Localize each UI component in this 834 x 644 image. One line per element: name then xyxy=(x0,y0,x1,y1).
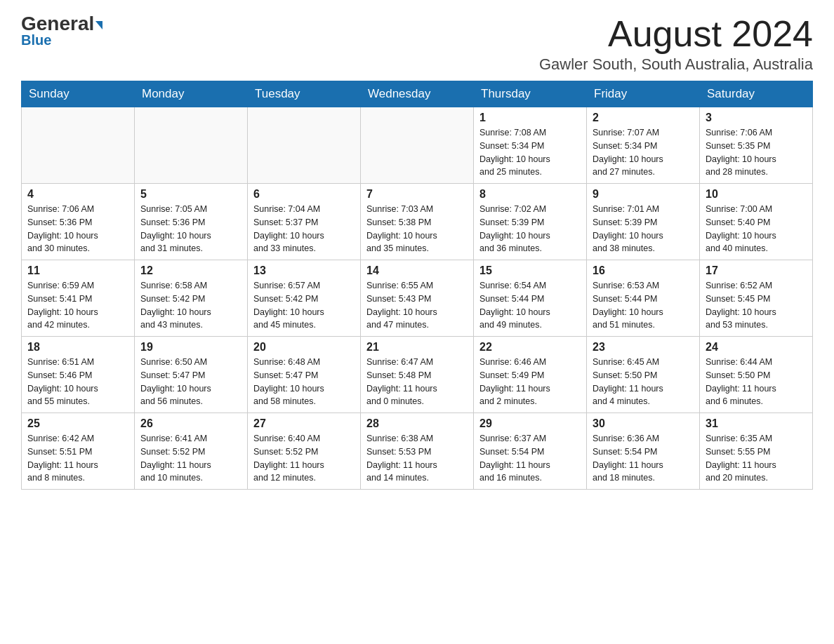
logo-triangle-icon xyxy=(95,21,102,29)
calendar-cell: 26Sunrise: 6:41 AMSunset: 5:52 PMDayligh… xyxy=(135,413,248,490)
calendar-cell: 31Sunrise: 6:35 AMSunset: 5:55 PMDayligh… xyxy=(700,413,813,490)
day-number: 30 xyxy=(593,417,694,430)
day-info: Sunrise: 6:48 AMSunset: 5:47 PMDaylight:… xyxy=(253,356,355,408)
calendar-cell: 1Sunrise: 7:08 AMSunset: 5:34 PMDaylight… xyxy=(474,107,587,184)
calendar-cell: 15Sunrise: 6:54 AMSunset: 5:44 PMDayligh… xyxy=(474,260,587,337)
weekday-header-sunday: Sunday xyxy=(22,81,135,107)
calendar-cell: 4Sunrise: 7:06 AMSunset: 5:36 PMDaylight… xyxy=(22,184,135,260)
calendar-cell: 23Sunrise: 6:45 AMSunset: 5:50 PMDayligh… xyxy=(587,337,700,413)
calendar-cell: 25Sunrise: 6:42 AMSunset: 5:51 PMDayligh… xyxy=(22,413,135,490)
day-number: 8 xyxy=(479,188,581,201)
day-info: Sunrise: 6:58 AMSunset: 5:42 PMDaylight:… xyxy=(140,279,241,332)
day-info: Sunrise: 7:05 AMSunset: 5:36 PMDaylight:… xyxy=(140,203,241,255)
day-number: 19 xyxy=(140,341,241,354)
day-number: 2 xyxy=(593,112,694,124)
weekday-header-thursday: Thursday xyxy=(474,81,587,107)
day-info: Sunrise: 6:55 AMSunset: 5:43 PMDaylight:… xyxy=(366,279,468,332)
day-info: Sunrise: 7:06 AMSunset: 5:36 PMDaylight:… xyxy=(27,203,128,255)
calendar-week-row: 4Sunrise: 7:06 AMSunset: 5:36 PMDaylight… xyxy=(22,184,813,260)
day-number: 14 xyxy=(366,264,468,277)
day-info: Sunrise: 6:37 AMSunset: 5:54 PMDaylight:… xyxy=(479,432,581,485)
day-number: 15 xyxy=(479,264,581,277)
day-number: 28 xyxy=(366,417,468,430)
day-number: 12 xyxy=(140,264,241,277)
weekday-header-saturday: Saturday xyxy=(700,81,813,107)
day-number: 3 xyxy=(706,112,807,124)
day-number: 27 xyxy=(253,417,355,430)
day-number: 16 xyxy=(593,264,694,277)
day-info: Sunrise: 7:00 AMSunset: 5:40 PMDaylight:… xyxy=(706,203,807,255)
weekday-header-tuesday: Tuesday xyxy=(248,81,361,107)
day-info: Sunrise: 6:50 AMSunset: 5:47 PMDaylight:… xyxy=(140,356,241,408)
day-info: Sunrise: 7:04 AMSunset: 5:37 PMDaylight:… xyxy=(253,203,355,255)
day-info: Sunrise: 6:46 AMSunset: 5:49 PMDaylight:… xyxy=(479,356,581,408)
calendar-cell: 24Sunrise: 6:44 AMSunset: 5:50 PMDayligh… xyxy=(700,337,813,413)
day-info: Sunrise: 6:47 AMSunset: 5:48 PMDaylight:… xyxy=(366,356,468,408)
calendar-week-row: 1Sunrise: 7:08 AMSunset: 5:34 PMDaylight… xyxy=(22,107,813,184)
day-number: 17 xyxy=(706,264,807,277)
calendar-week-row: 18Sunrise: 6:51 AMSunset: 5:46 PMDayligh… xyxy=(22,337,813,413)
day-info: Sunrise: 6:59 AMSunset: 5:41 PMDaylight:… xyxy=(27,279,128,332)
day-number: 1 xyxy=(479,112,581,124)
calendar-table: SundayMondayTuesdayWednesdayThursdayFrid… xyxy=(21,81,813,490)
day-info: Sunrise: 6:52 AMSunset: 5:45 PMDaylight:… xyxy=(706,279,807,332)
calendar-cell: 5Sunrise: 7:05 AMSunset: 5:36 PMDaylight… xyxy=(135,184,248,260)
weekday-header-friday: Friday xyxy=(587,81,700,107)
calendar-cell: 17Sunrise: 6:52 AMSunset: 5:45 PMDayligh… xyxy=(700,260,813,337)
calendar-cell xyxy=(22,107,135,184)
calendar-cell: 13Sunrise: 6:57 AMSunset: 5:42 PMDayligh… xyxy=(248,260,361,337)
day-number: 24 xyxy=(706,341,807,354)
weekday-header-row: SundayMondayTuesdayWednesdayThursdayFrid… xyxy=(22,81,813,107)
day-info: Sunrise: 6:57 AMSunset: 5:42 PMDaylight:… xyxy=(253,279,355,332)
calendar-cell: 29Sunrise: 6:37 AMSunset: 5:54 PMDayligh… xyxy=(474,413,587,490)
calendar-cell: 12Sunrise: 6:58 AMSunset: 5:42 PMDayligh… xyxy=(135,260,248,337)
calendar-cell: 7Sunrise: 7:03 AMSunset: 5:38 PMDaylight… xyxy=(361,184,474,260)
calendar-cell: 6Sunrise: 7:04 AMSunset: 5:37 PMDaylight… xyxy=(248,184,361,260)
day-info: Sunrise: 6:53 AMSunset: 5:44 PMDaylight:… xyxy=(593,279,694,332)
day-number: 9 xyxy=(593,188,694,201)
day-info: Sunrise: 7:07 AMSunset: 5:34 PMDaylight:… xyxy=(593,126,694,179)
day-info: Sunrise: 6:36 AMSunset: 5:54 PMDaylight:… xyxy=(593,432,694,485)
day-number: 5 xyxy=(140,188,241,201)
day-info: Sunrise: 6:54 AMSunset: 5:44 PMDaylight:… xyxy=(479,279,581,332)
day-info: Sunrise: 6:51 AMSunset: 5:46 PMDaylight:… xyxy=(27,356,128,408)
day-info: Sunrise: 6:45 AMSunset: 5:50 PMDaylight:… xyxy=(593,356,694,408)
calendar-cell xyxy=(248,107,361,184)
calendar-cell: 21Sunrise: 6:47 AMSunset: 5:48 PMDayligh… xyxy=(361,337,474,413)
day-info: Sunrise: 6:40 AMSunset: 5:52 PMDaylight:… xyxy=(253,432,355,485)
day-number: 20 xyxy=(253,341,355,354)
calendar-week-row: 11Sunrise: 6:59 AMSunset: 5:41 PMDayligh… xyxy=(22,260,813,337)
day-number: 23 xyxy=(593,341,694,354)
day-info: Sunrise: 7:06 AMSunset: 5:35 PMDaylight:… xyxy=(706,126,807,179)
day-number: 29 xyxy=(479,417,581,430)
day-number: 26 xyxy=(140,417,241,430)
calendar-cell: 22Sunrise: 6:46 AMSunset: 5:49 PMDayligh… xyxy=(474,337,587,413)
calendar-cell xyxy=(361,107,474,184)
calendar-cell: 20Sunrise: 6:48 AMSunset: 5:47 PMDayligh… xyxy=(248,337,361,413)
day-number: 31 xyxy=(706,417,807,430)
calendar-subtitle: Gawler South, South Australia, Australia xyxy=(539,55,813,74)
day-info: Sunrise: 7:03 AMSunset: 5:38 PMDaylight:… xyxy=(366,203,468,255)
weekday-header-monday: Monday xyxy=(135,81,248,107)
calendar-cell: 3Sunrise: 7:06 AMSunset: 5:35 PMDaylight… xyxy=(700,107,813,184)
day-info: Sunrise: 6:44 AMSunset: 5:50 PMDaylight:… xyxy=(706,356,807,408)
day-number: 6 xyxy=(253,188,355,201)
day-info: Sunrise: 6:41 AMSunset: 5:52 PMDaylight:… xyxy=(140,432,241,485)
calendar-cell: 18Sunrise: 6:51 AMSunset: 5:46 PMDayligh… xyxy=(22,337,135,413)
calendar-cell: 10Sunrise: 7:00 AMSunset: 5:40 PMDayligh… xyxy=(700,184,813,260)
day-number: 13 xyxy=(253,264,355,277)
logo: General Blue xyxy=(21,14,102,48)
calendar-cell: 16Sunrise: 6:53 AMSunset: 5:44 PMDayligh… xyxy=(587,260,700,337)
calendar-cell xyxy=(135,107,248,184)
day-info: Sunrise: 6:42 AMSunset: 5:51 PMDaylight:… xyxy=(27,432,128,485)
day-number: 11 xyxy=(27,264,128,277)
day-number: 22 xyxy=(479,341,581,354)
calendar-cell: 28Sunrise: 6:38 AMSunset: 5:53 PMDayligh… xyxy=(361,413,474,490)
day-number: 25 xyxy=(27,417,128,430)
day-number: 7 xyxy=(366,188,468,201)
calendar-cell: 27Sunrise: 6:40 AMSunset: 5:52 PMDayligh… xyxy=(248,413,361,490)
calendar-cell: 19Sunrise: 6:50 AMSunset: 5:47 PMDayligh… xyxy=(135,337,248,413)
calendar-cell: 30Sunrise: 6:36 AMSunset: 5:54 PMDayligh… xyxy=(587,413,700,490)
calendar-title: August 2024 xyxy=(539,14,813,54)
logo-sub: Blue xyxy=(21,32,51,48)
